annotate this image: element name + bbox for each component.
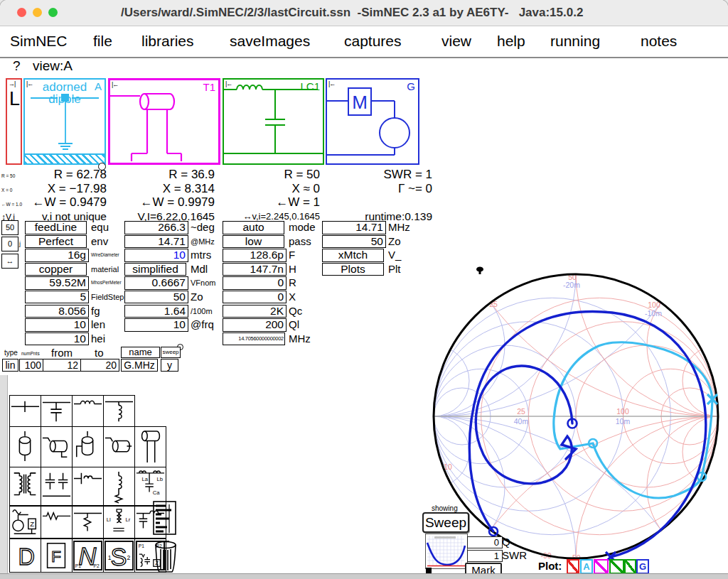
legend-generator-toggle[interactable]: G [636, 559, 649, 574]
block-transmission-line[interactable]: |← T1 [108, 78, 220, 165]
field-mdl[interactable]: simplified [124, 263, 186, 276]
menu-libraries[interactable]: libraries [141, 33, 194, 50]
palette-coax-stub-3[interactable] [72, 426, 104, 467]
side-box-jx[interactable]: 0 [1, 237, 18, 251]
palette-f-block[interactable]: F [41, 539, 73, 573]
menu-notes[interactable]: notes [641, 33, 677, 50]
numpnts-field[interactable]: 100 [19, 359, 44, 372]
zoom-window-button[interactable] [48, 8, 58, 17]
close-window-button[interactable] [17, 8, 26, 17]
block-lc-filter[interactable]: |← LC1 [223, 78, 324, 165]
field-mhz[interactable]: 14.70560000000002 [223, 332, 285, 346]
menu-captures[interactable]: captures [344, 33, 402, 50]
field-label: fg [91, 305, 100, 318]
palette-shunt-capacitor[interactable] [41, 395, 73, 427]
block-antenna[interactable]: |← A adorneddipole [23, 78, 106, 165]
palette-generator-z[interactable]: Z [9, 506, 41, 539]
block-generator[interactable]: |← G M [326, 78, 419, 165]
field-fg[interactable]: 8.056 [25, 305, 89, 318]
sweep-type-field[interactable]: lin [2, 359, 18, 372]
palette-twin-capacitors[interactable] [41, 467, 73, 506]
side-box-zo[interactable]: 50 [1, 220, 18, 235]
trash-icon[interactable] [153, 539, 178, 574]
field-env[interactable]: Perfect [25, 235, 87, 249]
sweep-enable-field[interactable]: y [161, 359, 178, 372]
menu-saveimages[interactable]: saveImages [230, 33, 310, 50]
help-button[interactable]: ? [13, 58, 21, 74]
ground-hatch [25, 153, 105, 163]
minimize-window-button[interactable] [33, 8, 42, 17]
side-box-dir[interactable]: ↔ [1, 254, 18, 269]
sweep-to-field[interactable]: 20 [80, 359, 119, 372]
field-wirediameter[interactable]: 16g [25, 249, 89, 262]
sweep-from-field[interactable]: 12 [43, 359, 81, 372]
palette-series-element[interactable] [9, 395, 41, 427]
field-mhospermeter[interactable]: 59.52M [25, 276, 89, 290]
field-ql[interactable]: 200 [223, 318, 287, 332]
field-x[interactable]: 0 [223, 291, 287, 304]
field-len[interactable]: 10 [25, 318, 89, 332]
menu-help[interactable]: help [497, 33, 525, 50]
field-deg[interactable]: 266.3 [124, 221, 188, 234]
sweep-name-field[interactable]: G.MHz [121, 359, 158, 372]
palette-coax-stub-1[interactable] [9, 426, 41, 467]
field-f[interactable]: 128.6p [223, 249, 287, 262]
menu-view[interactable]: view [441, 33, 471, 50]
palette-transformer-lr[interactable]: Ll Lr [103, 506, 135, 539]
palette-coax-stub-4[interactable] [103, 426, 135, 467]
field-mhz[interactable]: 14.71 [322, 221, 386, 234]
palette-sparam-block[interactable]: S12 [103, 539, 135, 573]
s-label: S [111, 543, 127, 570]
swr-field[interactable]: 1 [467, 550, 503, 562]
palette-series-resistor[interactable] [41, 506, 73, 539]
field-hei[interactable]: 10 [25, 332, 89, 346]
legend-antenna-toggle[interactable]: A [580, 559, 593, 574]
field-mtrs[interactable]: 10 [124, 249, 188, 262]
legend-t1-toggle[interactable] [594, 559, 609, 574]
q-field[interactable]: 0 [467, 536, 503, 548]
field-zo[interactable]: 50 [322, 235, 386, 249]
field-pass[interactable]: low [223, 235, 284, 249]
smith-chart[interactable]: 50 -20m 25 100 -10m 25 40m 100 10m 10 -5… [425, 266, 728, 568]
legend-lc1b-toggle[interactable] [624, 559, 636, 574]
field-mhz[interactable]: 14.71 [124, 235, 188, 249]
field-frq[interactable]: 10 [124, 318, 188, 332]
sweep-toggle-button[interactable]: Sweep [422, 512, 469, 533]
field-label: env [91, 235, 108, 249]
menu-simnec[interactable]: SimNEC [10, 33, 68, 50]
palette-transformer[interactable] [9, 467, 41, 506]
field-equ[interactable]: feedLine [25, 221, 87, 234]
view-indicator[interactable]: view:A [33, 58, 73, 74]
palette-series-inductor[interactable] [72, 395, 104, 427]
field-v[interactable]: xMtch [322, 249, 384, 262]
block-load[interactable]: →| L [6, 78, 22, 165]
menu-running[interactable]: running [550, 33, 600, 50]
field-qc[interactable]: 2K [223, 305, 287, 318]
palette-nport-block[interactable]: NP1P2 [72, 539, 104, 573]
palette-diode-block[interactable]: D [9, 539, 41, 573]
legend-load-toggle[interactable] [567, 559, 579, 574]
swr-mini-plot[interactable] [425, 534, 468, 569]
palette-shunt-resistor[interactable] [72, 506, 104, 539]
plot-legend-label: Plot: [538, 560, 562, 572]
field-mode[interactable]: auto [223, 221, 284, 234]
field-material[interactable]: copper [25, 263, 87, 276]
list-icon[interactable] [152, 500, 178, 537]
field-100m[interactable]: 1.64 [124, 305, 188, 318]
x-value: X = −17.98 [20, 182, 107, 196]
palette-shunt-inductor[interactable] [103, 395, 135, 427]
palette-coax-line[interactable] [134, 426, 166, 467]
field-plt[interactable]: Plots [322, 263, 384, 276]
field-vfnom[interactable]: 0.6667 [124, 276, 188, 290]
palette-coax-stub-2[interactable] [41, 426, 73, 467]
field-fieldstep[interactable]: 5 [25, 291, 89, 304]
palette-series-rl[interactable] [72, 467, 104, 506]
legend-lc1-toggle[interactable] [609, 559, 624, 574]
field-r[interactable]: 0 [223, 276, 287, 290]
field-h[interactable]: 147.7n [223, 263, 287, 276]
menu-file[interactable]: file [93, 33, 112, 50]
field-zo[interactable]: 50 [124, 291, 188, 304]
field-label: X [289, 291, 296, 304]
palette-shunt-rl[interactable] [103, 467, 135, 506]
lc1-readouts: R = 50 X ≈ 0 ←W = 1 ↔v,i=2.245,0.1645 [225, 168, 320, 223]
